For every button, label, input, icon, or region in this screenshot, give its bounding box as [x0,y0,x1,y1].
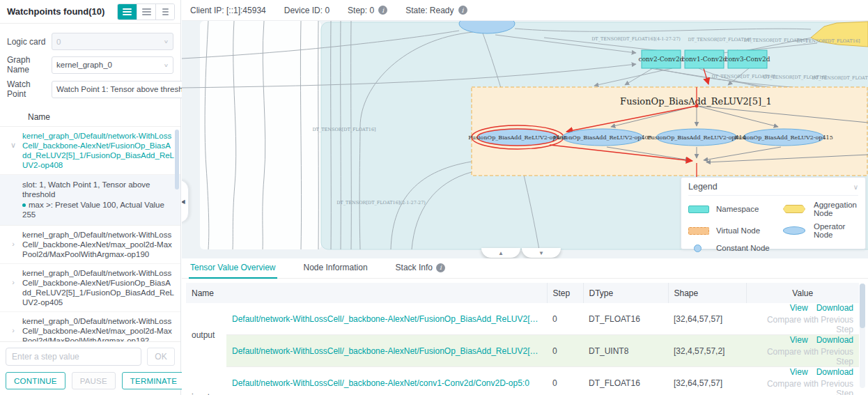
watchpoint-item-op405[interactable]: › kernel_graph_0/Default/network-WithLos… [0,264,180,312]
view-link[interactable]: View [790,303,808,313]
operator-label: FusionOp_BiasAdd_ReLUV2-op415 [734,134,833,141]
hit-detail-condition: max >: Preset Value 100, Actual Value 25… [22,201,164,219]
legend-aggregation-label: Aggregation Node [814,201,858,217]
sidebar-collapse-handle[interactable]: ◀ [182,180,189,223]
sidebar-header: Watchpoints found(10) [0,0,180,24]
conv-label: conv3-Conv2d [725,56,770,63]
legend-virtual-label: Virtual Node [716,226,783,235]
device-id-status: Device ID: 0 [284,6,330,15]
watchpoint-name: kernel_graph_0/Default/network-WithLossC… [22,131,175,170]
table-row: output Default/network-WithLossCell/_bac… [186,303,859,335]
state-status: State: Ready [405,6,454,15]
chevron-down-icon: ∨ [164,39,169,45]
tab-node-information[interactable]: Node Information [302,258,369,278]
compact-view-button[interactable] [155,4,174,20]
chevron-collapsed-icon[interactable]: › [4,230,22,259]
state-info-icon[interactable]: i [458,6,467,15]
legend-constant-label: Constant Node [716,244,783,252]
step-status: Step: 0 [348,6,374,15]
tab-tensor-value-overview[interactable]: Tensor Value Overview [189,258,277,278]
watchpoint-hit-detail: slot: 1, Watch Point 1, Tensor above thr… [0,175,180,226]
col-header-name: Name [186,283,547,303]
operator-label: FusionOp_BiasAdd_ReLUV2-op405 [553,134,652,141]
card-view-button[interactable] [118,4,137,20]
watchpoint-name: kernel_graph_0/Default/network-WithLossC… [22,268,175,307]
conv-label: conv1-Conv2d [682,56,727,63]
tensor-panel-tabs: Tensor Value Overview Node Information S… [182,258,868,279]
outer-namespace-region [200,21,321,249]
terminate-button[interactable]: TERMINATE [122,372,185,389]
tensor-name-link[interactable]: Default/network-WithLossCell/_backbone-A… [232,314,541,324]
shape-cell: [32,4,57,57,2] [668,335,746,367]
watch-point-label: Watch Point [7,79,52,99]
continue-button[interactable]: CONTINUE [6,372,65,389]
edge-label: DT_TENSOR[DT_FLOAT16] [796,38,860,44]
step-info-icon[interactable]: i [378,6,387,15]
legend-operator-label: Operator Node [814,222,858,239]
watchpoint-item-op190[interactable]: › kernel_graph_0/Default/network-WithLos… [0,226,180,264]
legend-collapse-icon[interactable]: ∨ [853,183,858,191]
legend-title: Legend [688,182,718,192]
graph-pan-up-button[interactable]: ▲ [481,248,520,258]
shape-cell: [32,64,57,57] [668,303,746,335]
list-view-button[interactable] [137,4,155,20]
sidebar-controls: OK CONTINUE PAUSE TERMINATE [0,341,180,395]
graph-pan-down-button[interactable]: ▼ [522,248,561,258]
compare-link-disabled: Compare with Previous Step [752,379,853,395]
ok-button[interactable]: OK [147,348,175,366]
tensor-table: Name Step DType Shape Value output Defau… [186,283,859,395]
computation-graph-canvas[interactable]: FusionOp_BiasAdd_ReLUV2[5]_1 [182,21,868,258]
conv-nodes: conv2-Conv2d conv1-Conv2d conv3-Conv2d [639,50,770,68]
stack-info-icon: i [436,263,445,272]
chevron-expanded-icon[interactable]: ∨ [4,131,22,170]
list-scrollbar[interactable] [175,130,179,189]
compare-link-disabled: Compare with Previous Step [752,347,853,366]
namespace-swatch-icon [688,206,709,213]
shape-cell: [32,64,57,57] [668,367,746,395]
download-link[interactable]: Download [816,303,853,313]
view-link[interactable]: View [790,335,808,345]
col-header-shape: Shape [668,283,746,303]
dtype-cell: DT_FLOAT16 [583,303,668,335]
tensor-name-link[interactable]: Default/network-WithLossCell/_backbone-A… [232,378,541,388]
download-link[interactable]: Download [816,335,853,345]
group-label-output: output [186,303,226,367]
download-link[interactable]: Download [816,367,853,377]
edge-label: DT_TENSOR[DT_FLOAT16] [312,127,375,132]
constant-swatch-icon [694,245,702,252]
chevron-collapsed-icon[interactable]: › [4,268,22,307]
step-cell: 0 [547,303,583,335]
watchpoint-item-op408[interactable]: ∨ kernel_graph_0/Default/network-WithLos… [0,127,180,175]
list-view-icon [142,7,151,17]
col-header-value: Value [746,283,859,303]
tensor-panel: Tensor Value Overview Node Information S… [182,258,868,395]
step-cell: 0 [547,335,583,367]
table-row: input Default/network-WithLossCell/_back… [186,367,859,395]
hit-detail-slot: slot: 1, Watch Point 1, Tensor above thr… [22,180,175,200]
sidebar-filters: Logic card 0 ∨ Graph Name kernel_graph_0… [0,24,180,105]
step-value-input[interactable] [6,348,141,366]
edge-label: DT_TENSOR[DT_FLOAT16] [812,75,868,81]
view-link[interactable]: View [790,367,808,377]
tensor-name-link[interactable]: Default/network-WithLossCell/_backbone-A… [232,346,541,356]
watchpoint-name: kernel_graph_0/Default/network-WithLossC… [22,230,175,259]
pause-button[interactable]: PAUSE [72,372,116,389]
list-header-name: Name [0,105,180,127]
operator-label: FusionOp_BiasAdd_ReLUV2-op414 [647,134,746,141]
logic-card-select[interactable]: 0 ∨ [52,33,173,50]
col-header-step: Step [547,283,583,303]
table-scrollbar[interactable] [860,284,865,388]
graph-name-label: Graph Name [7,55,52,75]
virtual-node-swatch-icon [688,227,709,235]
legend-namespace-label: Namespace [716,205,783,213]
operator-swatch-icon [783,226,805,235]
graph-name-select[interactable]: kernel_graph_0 ∨ [52,56,173,74]
aggregation-swatch-icon [783,205,805,213]
watchpoints-title: Watchpoints found(10) [7,6,104,17]
col-header-dtype: DType [583,283,668,303]
edge-label: DT_TENSOR[DT_FLOAT16](2-1-27-27) [336,200,426,206]
dtype-cell: DT_FLOAT16 [583,367,668,395]
watch-point-select[interactable]: Watch Point 1: Tensor above threshold ∨ [52,81,203,98]
legend-panel: Legend ∨ Namespace Aggregation Node Virt… [681,177,866,249]
tab-stack-info[interactable]: Stack Info i [394,258,447,278]
